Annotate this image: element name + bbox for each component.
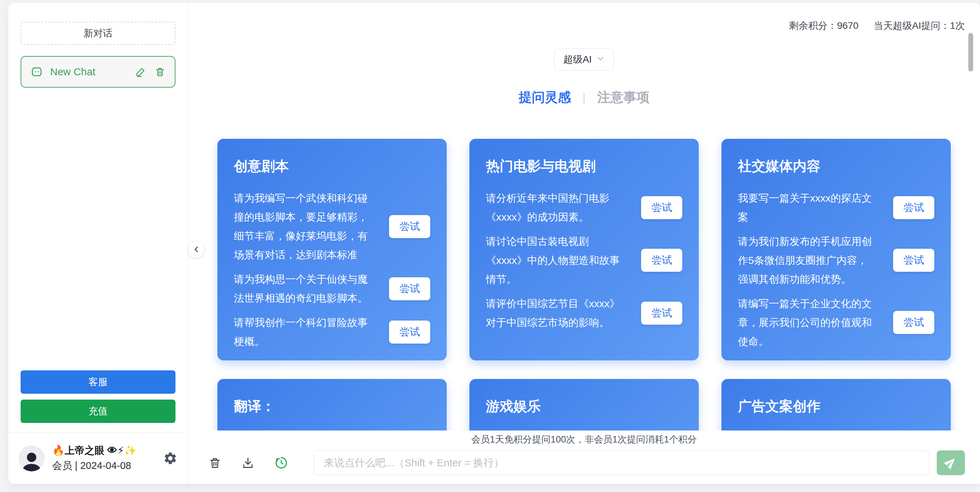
prompt-text: 请帮我创作一个科幻冒险故事梗概。 bbox=[234, 313, 372, 351]
prompt-text: 请评价中国综艺节目《xxxx》对于中国综艺市场的影响。 bbox=[486, 294, 625, 332]
avatar[interactable] bbox=[19, 445, 45, 471]
recharge-button[interactable]: 充值 bbox=[21, 400, 175, 423]
prompt-row: 请帮我创作一个科幻冒险故事梗概。 尝试 bbox=[234, 313, 430, 351]
prompt-text: 请编写一篇关于企业文化的文章，展示我们公司的价值观和使命。 bbox=[738, 294, 877, 351]
card-title: 创意剧本 bbox=[234, 157, 430, 175]
model-selector-label: 超级AI bbox=[563, 53, 592, 66]
try-button[interactable]: 尝试 bbox=[641, 249, 682, 272]
prompt-row: 我要写一篇关于xxxx的探店文案 尝试 bbox=[738, 189, 934, 226]
card-title: 社交媒体内容 bbox=[738, 157, 934, 175]
card-title: 翻译： bbox=[234, 397, 430, 416]
app-window: 新对话 New Chat bbox=[8, 3, 980, 484]
chevron-down-icon bbox=[597, 54, 605, 65]
tab-bar: 提问灵感 | 注意事项 bbox=[188, 89, 980, 106]
try-button[interactable]: 尝试 bbox=[641, 302, 682, 325]
try-button[interactable]: 尝试 bbox=[389, 215, 430, 238]
composer-row bbox=[188, 451, 980, 475]
send-button[interactable] bbox=[937, 451, 965, 475]
edit-chat-icon[interactable] bbox=[136, 67, 146, 77]
chevron-left-icon bbox=[192, 245, 200, 255]
user-name: 🔥上帝之眼 👁⚡✨ bbox=[52, 444, 137, 457]
prompt-text: 请讨论中国古装电视剧《xxxx》中的人物塑造和故事情节。 bbox=[486, 232, 625, 288]
prompt-text: 请为我编写一个武侠和科幻碰撞的电影脚本，要足够精彩，细节丰富，像好莱坞电影，有场… bbox=[234, 189, 372, 264]
new-dialog-button[interactable]: 新对话 bbox=[21, 22, 175, 45]
chat-list-item[interactable]: New Chat bbox=[21, 56, 175, 88]
tab-notes[interactable]: 注意事项 bbox=[597, 89, 649, 106]
prompt-row: 请讨论中国古装电视剧《xxxx》中的人物塑造和故事情节。 尝试 bbox=[486, 232, 682, 288]
customer-service-button[interactable]: 客服 bbox=[21, 370, 175, 394]
card-creative-script: 创意剧本 请为我编写一个武侠和科幻碰撞的电影脚本，要足够精彩，细节丰富，像好莱坞… bbox=[217, 139, 447, 360]
message-input[interactable] bbox=[314, 451, 929, 475]
remaining-points: 剩余积分：9670 bbox=[789, 19, 858, 32]
prompt-row: 请编写一篇关于企业文化的文章，展示我们公司的价值观和使命。 尝试 bbox=[738, 294, 934, 351]
try-button[interactable]: 尝试 bbox=[893, 249, 934, 272]
scrollbar-thumb[interactable] bbox=[968, 33, 973, 72]
card-hot-movies-tv: 热门电影与电视剧 请分析近年来中国热门电影《xxxx》的成功因素。 尝试 请讨论… bbox=[469, 139, 699, 360]
try-button[interactable]: 尝试 bbox=[389, 320, 430, 344]
card-title: 广告文案创作 bbox=[738, 397, 934, 416]
try-button[interactable]: 尝试 bbox=[641, 196, 682, 219]
composer-bar: 会员1天免积分提问100次，非会员1次提问消耗1个积分 bbox=[188, 430, 980, 484]
try-button[interactable]: 尝试 bbox=[893, 311, 934, 334]
model-selector[interactable]: 超级AI bbox=[554, 48, 614, 70]
user-profile: 🔥上帝之眼 👁⚡✨ 会员 | 2024-04-08 bbox=[8, 432, 188, 484]
clear-chat-trash-icon[interactable] bbox=[209, 457, 221, 469]
prompt-text: 请为我们新发布的手机应用创作5条微信朋友圈推广内容，强调其创新功能和优势。 bbox=[738, 232, 877, 288]
prompt-row: 请为我们新发布的手机应用创作5条微信朋友圈推广内容，强调其创新功能和优势。 尝试 bbox=[738, 232, 934, 288]
chat-item-label: New Chat bbox=[50, 66, 95, 78]
history-clock-icon[interactable] bbox=[275, 456, 288, 469]
prompt-text: 请分析近年来中国热门电影《xxxx》的成功因素。 bbox=[486, 189, 625, 226]
try-button[interactable]: 尝试 bbox=[893, 196, 934, 219]
quota-hint: 会员1天免积分提问100次，非会员1次提问消耗1个积分 bbox=[188, 430, 980, 446]
try-button[interactable]: 尝试 bbox=[389, 277, 430, 300]
membership-status: 会员 | 2024-04-08 bbox=[52, 459, 137, 473]
card-title: 热门电影与电视剧 bbox=[486, 157, 682, 175]
prompt-row: 请为我编写一个武侠和科幻碰撞的电影脚本，要足够精彩，细节丰富，像好莱坞电影，有场… bbox=[234, 189, 430, 264]
card-social-media: 社交媒体内容 我要写一篇关于xxxx的探店文案 尝试 请为我们新发布的手机应用创… bbox=[721, 139, 951, 360]
daily-super-ai-quota: 当天超级AI提问：1次 bbox=[873, 19, 965, 32]
user-info: 🔥上帝之眼 👁⚡✨ 会员 | 2024-04-08 bbox=[52, 444, 137, 472]
prompt-text: 请为我构思一个关于仙侠与魔法世界相遇的奇幻电影脚本。 bbox=[234, 270, 372, 307]
prompt-row: 请为我构思一个关于仙侠与魔法世界相遇的奇幻电影脚本。 尝试 bbox=[234, 270, 430, 307]
settings-gear-icon[interactable] bbox=[163, 451, 178, 465]
prompt-row: 请评价中国综艺节目《xxxx》对于中国综艺市场的影响。 尝试 bbox=[486, 294, 682, 332]
main-panel: 剩余积分：9670 当天超级AI提问：1次 超级AI 提问灵感 | 注意事项 创… bbox=[188, 3, 980, 484]
delete-chat-icon[interactable] bbox=[155, 67, 165, 77]
sidebar-collapse-button[interactable] bbox=[189, 242, 204, 258]
prompt-row: 请分析近年来中国热门电影《xxxx》的成功因素。 尝试 bbox=[486, 189, 682, 226]
download-icon[interactable] bbox=[242, 457, 254, 469]
tab-inspiration[interactable]: 提问灵感 bbox=[519, 89, 571, 106]
chat-bubble-icon bbox=[31, 66, 43, 78]
sidebar: 新对话 New Chat bbox=[8, 3, 188, 484]
tab-separator: | bbox=[583, 91, 586, 104]
paper-plane-icon bbox=[945, 456, 957, 470]
card-title: 游戏娱乐 bbox=[486, 397, 682, 416]
account-stats: 剩余积分：9670 当天超级AI提问：1次 bbox=[789, 19, 965, 32]
prompt-text: 我要写一篇关于xxxx的探店文案 bbox=[738, 189, 877, 226]
